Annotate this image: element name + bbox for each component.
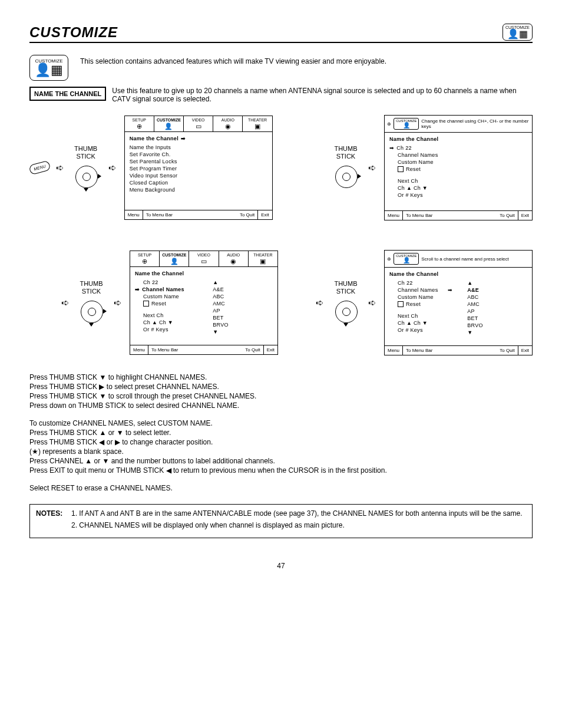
customize-mini-icon: CUSTOMIZE👤 (394, 253, 419, 265)
person-icon: 👤▦ (35, 64, 63, 77)
arrow-right-icon: ➪ (316, 297, 323, 308)
checkbox-icon (398, 301, 404, 307)
thumb-stick-icon: THUMBSTICK (332, 280, 360, 325)
tab-customize: CUSTOMIZE👤 (154, 116, 184, 131)
thumb-stick-icon: THUMBSTICK (77, 280, 105, 325)
nav-icon: ⊕ (387, 121, 391, 127)
tab-theater: THEATER▣ (249, 251, 277, 266)
page-title: CUSTOMIZE (29, 24, 118, 41)
arrow-right-icon: ➡ (448, 287, 452, 293)
thumb-stick-icon: THUMBSTICK (332, 145, 360, 190)
tab-theater: THEATER▣ (243, 116, 272, 131)
arrow-right-icon: ➡ (389, 145, 394, 151)
customize-large-icon: CUSTOMIZE 👤▦ (29, 55, 68, 81)
intro-text: This selection contains advanced feature… (80, 55, 533, 65)
arrow-right-icon: ➪ (368, 162, 376, 173)
tab-video: VIDEO▭ (189, 251, 219, 266)
thumb-stick-icon: THUMBSTICK (72, 145, 100, 190)
checkbox-icon (398, 166, 404, 172)
instructions: Press THUMB STICK ▼ to highlight CHANNEL… (29, 373, 533, 492)
tab-setup: SETUP⊕ (125, 116, 154, 131)
osd-panel-3: SETUP⊕ CUSTOMIZE👤 VIDEO▭ AUDIO◉ THEATER▣… (130, 251, 278, 355)
tab-audio: AUDIO◉ (213, 116, 243, 131)
checkbox-icon (143, 301, 149, 307)
tab-audio: AUDIO◉ (219, 251, 249, 266)
osd-panel-1: SETUP⊕ CUSTOMIZE👤 VIDEO▭ AUDIO◉ THEATER▣… (124, 116, 273, 220)
panels-area: MENU ➪ THUMBSTICK ➪ SETUP⊕ CUSTOMIZE👤 VI… (29, 115, 533, 355)
feature-desc: Use this feature to give up to 20 channe… (112, 87, 533, 103)
tab-video: VIDEO▭ (184, 116, 213, 131)
tab-customize: CUSTOMIZE👤 (160, 251, 189, 266)
arrow-right-icon: ➪ (56, 162, 64, 173)
arrow-right-icon: ➡ (181, 136, 186, 141)
nav-icon: ⊕ (387, 256, 391, 262)
arrow-right-icon: ➡ (135, 286, 140, 292)
person-icon: 👤▦ (507, 29, 528, 39)
customize-badge-icon: CUSTOMIZE 👤▦ (503, 24, 533, 41)
panel-group-3: ➪ THUMBSTICK ➪ SETUP⊕ CUSTOMIZE👤 VIDEO▭ … (29, 250, 278, 355)
triangle-down-icon: ▼ (213, 328, 273, 335)
menu-button-icon: MENU (28, 160, 51, 175)
panel-row-2: ➪ THUMBSTICK ➪ SETUP⊕ CUSTOMIZE👤 VIDEO▭ … (29, 250, 533, 355)
notes-box: NOTES: If ANT A and ANT B are in the sam… (29, 504, 533, 538)
customize-mini-icon: CUSTOMIZE👤 (394, 118, 419, 130)
arrow-right-icon: ➪ (108, 162, 116, 173)
arrow-right-icon: ➪ (114, 297, 121, 308)
page-number: 47 (29, 562, 533, 570)
panel-group-1: MENU ➪ THUMBSTICK ➪ SETUP⊕ CUSTOMIZE👤 VI… (29, 115, 273, 220)
triangle-up-icon: ▲ (213, 279, 273, 286)
triangle-down-icon: ▼ (467, 329, 527, 336)
intro-row: CUSTOMIZE 👤▦ This selection contains adv… (29, 55, 533, 81)
triangle-up-icon: ▲ (467, 279, 527, 286)
panel-row-1: MENU ➪ THUMBSTICK ➪ SETUP⊕ CUSTOMIZE👤 VI… (29, 115, 533, 220)
panel-group-4: ➪ THUMBSTICK ➪ ⊕ CUSTOMIZE👤 Scroll to a … (313, 250, 533, 355)
feature-row: NAME THE CHANNEL Use this feature to giv… (29, 87, 533, 103)
osd-panel-4: ⊕ CUSTOMIZE👤 Scroll to a channel name an… (384, 250, 533, 355)
osd-panel-2: ⊕ CUSTOMIZE👤 Change the channel using CH… (384, 115, 533, 220)
page-header: CUSTOMIZE CUSTOMIZE 👤▦ (29, 24, 533, 43)
feature-label: NAME THE CHANNEL (29, 87, 106, 101)
panel-group-2: THUMBSTICK ➪ ⊕ CUSTOMIZE👤 Change the cha… (332, 115, 533, 220)
tab-setup: SETUP⊕ (130, 251, 160, 266)
arrow-right-icon: ➪ (61, 297, 69, 308)
arrow-right-icon: ➪ (368, 297, 376, 308)
notes-label: NOTES: (36, 509, 62, 533)
